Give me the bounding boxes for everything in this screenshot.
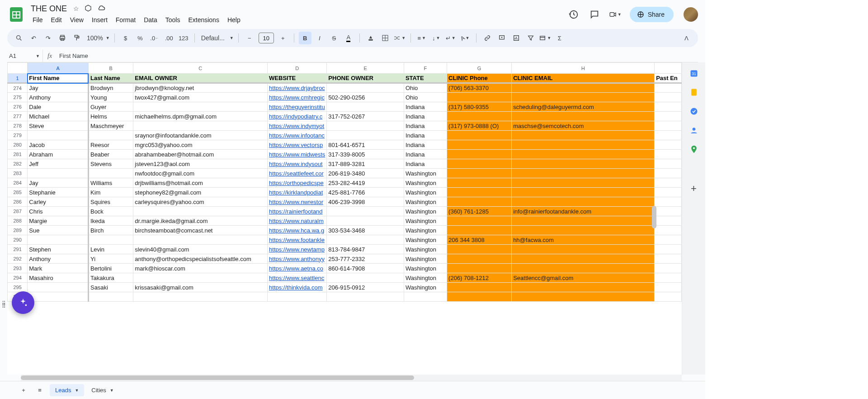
cell[interactable]: Helms <box>88 112 133 121</box>
cell[interactable] <box>133 207 268 216</box>
cell[interactable]: stephoney82@gmail.com <box>133 188 268 197</box>
col-header[interactable]: G <box>447 63 512 74</box>
cell[interactable]: Reesor <box>88 140 133 150</box>
menu-extensions[interactable]: Extensions <box>184 14 222 25</box>
cell[interactable] <box>447 169 512 178</box>
row-header[interactable]: 275 <box>8 93 28 102</box>
row-header[interactable]: 294 <box>8 273 28 283</box>
bold-icon[interactable]: B <box>299 32 311 44</box>
cell[interactable]: 317-339-8005 <box>327 150 404 159</box>
cell[interactable] <box>28 169 89 178</box>
cell[interactable]: 860-614-7908 <box>327 264 404 273</box>
row-header[interactable]: 277 <box>8 112 28 121</box>
cell[interactable] <box>133 292 268 302</box>
header-cell[interactable]: PHONE OWNER <box>327 74 404 83</box>
text-color-icon[interactable]: A <box>342 32 355 44</box>
cell[interactable]: Ikeda <box>88 216 133 226</box>
comment-add-icon[interactable] <box>495 32 508 44</box>
cell[interactable]: https://www.aetna.co <box>268 264 327 273</box>
cell[interactable] <box>655 226 682 235</box>
row-header[interactable]: 293 <box>8 264 28 273</box>
cell[interactable] <box>512 178 655 188</box>
cell[interactable]: Stephanie <box>28 188 89 197</box>
cell[interactable] <box>655 178 682 188</box>
cell[interactable]: Levin <box>88 245 133 254</box>
cell[interactable] <box>88 292 133 302</box>
cell[interactable] <box>655 207 682 216</box>
cell[interactable]: Washington <box>404 207 447 216</box>
cell[interactable] <box>327 207 404 216</box>
cell[interactable]: Mark <box>28 264 89 273</box>
cell[interactable]: (206) 708-1212 <box>447 273 512 283</box>
cell[interactable]: Washington <box>404 264 447 273</box>
drag-handle-icon[interactable]: ⠿⠿ <box>2 302 7 308</box>
cell[interactable]: Maschmeyer <box>88 121 133 131</box>
cell[interactable]: https://kirklandpodiat <box>268 188 327 197</box>
cell[interactable]: https://www.indymyot <box>268 121 327 131</box>
cell[interactable]: https://rainierfootand <box>268 207 327 216</box>
cell[interactable] <box>512 216 655 226</box>
cell[interactable]: Anthony <box>28 93 89 102</box>
cell[interactable] <box>655 245 682 254</box>
italic-icon[interactable]: I <box>313 32 326 44</box>
cell[interactable]: twox427@gmail.com <box>133 93 268 102</box>
cell[interactable] <box>512 264 655 273</box>
cell[interactable]: Stephen <box>28 245 89 254</box>
cell[interactable] <box>655 102 682 112</box>
cell[interactable]: https://orthopedicspe <box>268 178 327 188</box>
row-header[interactable]: 281 <box>8 150 28 159</box>
borders-icon[interactable] <box>379 32 392 44</box>
cell[interactable] <box>512 226 655 235</box>
cell[interactable] <box>447 93 512 102</box>
cell[interactable]: jbrodwyn@knology.net <box>133 83 268 93</box>
font-inc-icon[interactable]: + <box>277 32 289 44</box>
col-header[interactable]: D <box>268 63 327 74</box>
cell[interactable] <box>268 292 327 302</box>
cell[interactable]: Guyer <box>88 102 133 112</box>
cell[interactable] <box>655 150 682 159</box>
cell[interactable] <box>655 112 682 121</box>
cell[interactable]: Jay <box>28 178 89 188</box>
cell[interactable] <box>655 216 682 226</box>
cell[interactable]: jsteven123@aol.com <box>133 159 268 169</box>
cell[interactable] <box>327 235 404 245</box>
paint-format-icon[interactable] <box>71 32 83 44</box>
cell[interactable]: Squires <box>88 197 133 207</box>
cell[interactable]: Yi <box>88 254 133 264</box>
cell[interactable] <box>655 93 682 102</box>
decrease-decimal-icon[interactable]: .0← <box>148 32 161 44</box>
cell[interactable] <box>28 283 89 292</box>
cell[interactable] <box>447 292 512 302</box>
cell[interactable]: Washington <box>404 245 447 254</box>
row-header[interactable]: 292 <box>8 254 28 264</box>
contacts-icon[interactable] <box>689 126 698 135</box>
cell[interactable]: Steve <box>28 121 89 131</box>
cell[interactable] <box>512 93 655 102</box>
cell[interactable]: Bertolini <box>88 264 133 273</box>
cell[interactable]: Bock <box>88 207 133 216</box>
cell[interactable]: abrahambeaber@hotmail.com <box>133 150 268 159</box>
cell[interactable]: sraynor@infootandankle.com <box>133 131 268 140</box>
cell[interactable]: https://theguyerinstitu <box>268 102 327 112</box>
history-icon[interactable] <box>567 8 580 21</box>
cell[interactable]: nwfootdoc@gmail.com <box>133 169 268 178</box>
cell[interactable]: carleysquires@yahoo.com <box>133 197 268 207</box>
cell[interactable] <box>447 112 512 121</box>
cell[interactable] <box>28 235 89 245</box>
cloud-icon[interactable] <box>97 5 105 13</box>
halign-icon[interactable]: ≡▼ <box>415 32 428 44</box>
cell[interactable] <box>655 235 682 245</box>
cell[interactable] <box>512 188 655 197</box>
cell[interactable]: Indiana <box>404 121 447 131</box>
cell[interactable]: 813-784-9847 <box>327 245 404 254</box>
percent-icon[interactable]: % <box>134 32 146 44</box>
row-header[interactable]: 280 <box>8 140 28 150</box>
col-header[interactable]: C <box>133 63 268 74</box>
cell[interactable]: mgrc053@yahoo.com <box>133 140 268 150</box>
cell[interactable] <box>447 254 512 264</box>
col-header[interactable]: F <box>404 63 447 74</box>
cell[interactable] <box>655 140 682 150</box>
share-button[interactable]: Share <box>630 7 674 22</box>
currency-icon[interactable]: $ <box>119 32 132 44</box>
col-header[interactable] <box>655 63 682 74</box>
